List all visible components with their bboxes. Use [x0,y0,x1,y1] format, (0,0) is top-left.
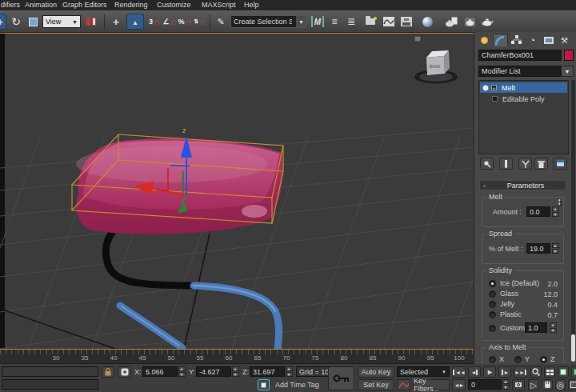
stack-item-melt[interactable]: + Melt [480,82,567,93]
solidity-option-plastic[interactable]: Plastic [489,310,522,318]
spinner-snap-button[interactable]: ⇅∩ [193,14,207,30]
isolate-selection-button[interactable] [258,379,270,390]
solidity-option-jelly[interactable]: Jelly [489,300,514,308]
menu-rendering[interactable]: Rendering [114,1,148,9]
pan-hand-button[interactable] [542,379,553,390]
goto-end-button[interactable]: ►► [514,366,527,378]
radio-icon[interactable] [514,356,522,363]
keyboard-override-button[interactable] [126,14,144,30]
select-scale-button[interactable] [25,14,41,30]
configure-modifier-sets-button[interactable] [554,158,567,170]
expand-box-icon[interactable]: + [491,85,497,90]
menu-maxscript[interactable]: MAXScript [202,1,236,9]
x-coord-field[interactable]: 5.066 [142,366,178,377]
zoom-extents-all-button[interactable] [571,366,576,378]
pct-spinner[interactable] [552,243,559,254]
scrollbar-thumb[interactable] [571,334,575,362]
next-frame-button[interactable]: ► [498,366,511,378]
play-button[interactable]: ► [483,366,496,378]
parameters-rollout-header[interactable]: - Parameters [479,180,566,190]
key-mode-toggle[interactable]: ◄► [452,379,466,390]
key-button[interactable] [328,366,354,390]
chamferbox-melt-object[interactable] [76,138,282,234]
tab-motion[interactable] [525,34,540,46]
selection-filter-dropdown[interactable]: Selected ▼ [397,366,450,377]
time-configuration-button[interactable] [512,379,525,390]
align-button[interactable] [327,14,342,30]
tab-create[interactable] [477,34,492,46]
use-pivot-center-button[interactable] [83,14,99,30]
pin-stack-button[interactable] [480,158,494,170]
amount-spinner[interactable] [552,206,559,217]
selection-lock-button[interactable] [102,366,114,378]
axis-option-y[interactable]: Y [514,355,530,363]
tab-utilities[interactable] [557,34,572,46]
radio-icon[interactable] [489,301,496,308]
frame-spinner[interactable] [502,379,510,390]
y-spinner[interactable] [232,366,239,377]
default-in-out-tangents-button[interactable] [397,379,410,390]
pct-of-melt-field[interactable]: 19.0 [526,243,550,254]
modifier-list-dropdown[interactable]: Modifier List [478,66,561,77]
key-filters-button[interactable]: Key Filters... [413,379,450,390]
select-rotate-button[interactable] [8,14,24,30]
solidity-option-glass[interactable]: Glass [489,290,518,298]
auto-key-button[interactable]: Auto Key [358,366,394,378]
menu-help[interactable]: Help [244,1,259,9]
previous-frame-button[interactable]: ◄ [468,366,481,378]
modifier-list-arrow-button[interactable]: ▼ [561,66,574,77]
tab-hierarchy[interactable] [509,34,524,46]
z-coord-field[interactable]: 31.697 [250,366,285,377]
object-name-field[interactable]: ChamferBox001 [478,50,562,61]
amount-field[interactable]: 0.0 [526,206,550,217]
menu-graph-editors[interactable]: Graph Editors [62,1,107,9]
custom-spinner[interactable] [550,322,557,333]
zoom-all-button[interactable] [544,366,555,378]
z-spinner[interactable] [286,366,293,377]
maximize-viewport-button[interactable] [568,379,576,390]
remove-modifier-button[interactable] [534,158,548,170]
menu-animation[interactable]: Animation [25,1,57,9]
radio-icon[interactable] [489,311,496,318]
solidity-option-ice[interactable]: Ice (Default) [489,279,539,287]
radio-icon[interactable] [540,356,547,363]
modifier-stack[interactable]: + Melt Editable Poly [478,80,569,154]
select-move-button[interactable] [0,14,6,30]
pan-view-button[interactable] [528,379,539,390]
solidity-option-custom[interactable]: Custom : [489,324,529,332]
select-manipulate-button[interactable] [108,14,124,30]
mini-listener-macro[interactable] [2,366,98,377]
render-production-button[interactable] [479,14,495,30]
graphite-toggle-button[interactable] [362,14,378,30]
show-end-result-button[interactable] [499,158,513,170]
tab-display[interactable] [541,34,556,46]
stack-item-editable-poly[interactable]: Editable Poly [480,94,567,104]
tab-modify[interactable] [493,34,508,46]
make-unique-button[interactable] [518,158,532,170]
orbit-button[interactable] [555,379,566,390]
reference-coordinate-dropdown[interactable]: View ▼ [42,15,81,28]
zoom-extents-button[interactable] [558,366,569,378]
visibility-bulb-icon[interactable] [483,86,488,90]
transform-typein-toggle[interactable] [118,366,131,378]
mirror-button[interactable] [310,14,326,30]
schematic-view-button[interactable] [398,14,414,30]
custom-solidity-field[interactable]: 1.0 [525,322,547,333]
render-setup-button[interactable] [442,14,460,30]
radio-icon[interactable] [489,280,496,287]
radio-icon[interactable] [489,325,496,332]
edit-named-selection-button[interactable] [213,14,229,30]
radio-icon[interactable] [489,290,496,298]
add-time-tag[interactable]: Add Time Tag [275,381,319,389]
time-slider-ruler[interactable]: 30 35 40 45 50 55 60 65 70 75 80 85 90 9… [0,350,474,364]
mini-listener-script[interactable] [2,379,98,390]
y-coord-field[interactable]: -4.627 [196,366,231,377]
axis-option-z[interactable]: Z [540,355,555,363]
menu-modifiers[interactable]: difiers [1,1,20,9]
radio-icon[interactable] [489,356,496,363]
goto-start-button[interactable]: ◄◄ [452,366,466,378]
percent-snap-button[interactable]: %∩ [178,14,192,30]
panel-scrollbar[interactable] [571,80,575,362]
object-color-swatch[interactable] [564,50,574,61]
angle-snap-button[interactable]: ∠∩ [162,14,177,30]
